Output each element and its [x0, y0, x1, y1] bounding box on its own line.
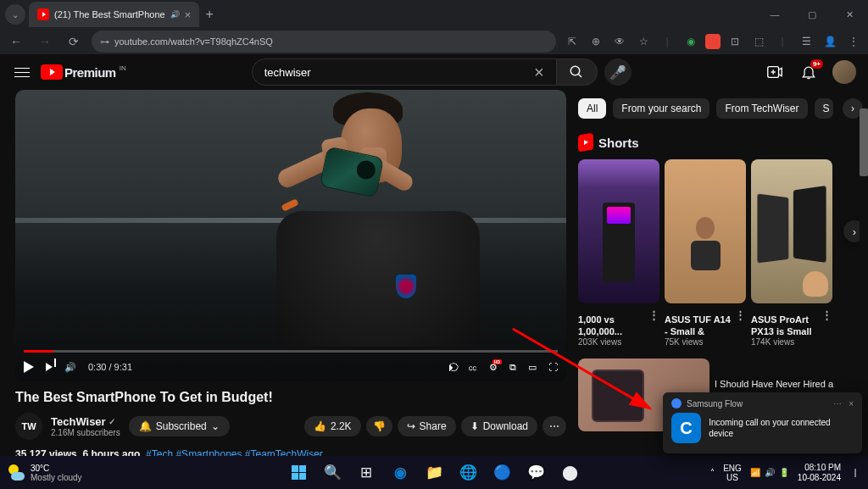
notification-center-button[interactable]: |	[849, 468, 861, 477]
browser-titlebar: ⌄ (21) The Best SmartPhone 🔊 × + — ▢ ✕	[0, 0, 868, 29]
create-button[interactable]	[765, 62, 785, 82]
notification-badge: 9+	[810, 59, 823, 69]
zoom-icon[interactable]: ⊕	[587, 32, 605, 51]
notification-settings-button[interactable]: ⋯	[833, 399, 842, 408]
notification-dismiss-button[interactable]: ×	[849, 399, 854, 408]
page-scrollbar[interactable]	[860, 108, 868, 423]
search-input[interactable]: techwiser ×	[252, 58, 557, 86]
settings-button[interactable]: ⚙HD	[489, 362, 498, 373]
svg-point-0	[570, 66, 580, 75]
theater-button[interactable]: ▭	[528, 362, 537, 373]
short-title: 1,000 vs 1,00,000...	[578, 314, 648, 337]
fullscreen-button[interactable]: ⛶	[548, 362, 558, 372]
bookmark-icon[interactable]: ☆	[634, 32, 653, 51]
url-text: youtube.com/watch?v=T98qhZC4nSQ	[114, 36, 273, 47]
subscribe-button[interactable]: 🔔 Subscribed ⌄	[129, 416, 230, 436]
tab-search-button[interactable]: ⌄	[5, 4, 25, 25]
new-tab-button[interactable]: +	[199, 7, 220, 22]
voice-search-button[interactable]: 🎤	[604, 58, 632, 86]
minimize-button[interactable]: —	[756, 0, 793, 29]
tab-title: (21) The Best SmartPhone	[54, 9, 165, 19]
browser-tab[interactable]: (21) The Best SmartPhone 🔊 ×	[29, 2, 199, 27]
eye-off-icon[interactable]: 👁	[610, 32, 629, 51]
short-item[interactable]: ASUS TUF A14 - Small & Mighty... 75K vie…	[665, 159, 746, 347]
chip-from-channel[interactable]: From TechWiser	[716, 98, 807, 119]
captions-button[interactable]: ㏄	[468, 361, 477, 374]
dislike-button[interactable]: 👎	[366, 416, 392, 436]
audio-playing-icon[interactable]: 🔊	[170, 10, 180, 19]
volume-button[interactable]: 🔊	[64, 362, 76, 373]
divider: |	[658, 32, 676, 51]
pip-icon[interactable]: ⊡	[726, 32, 744, 51]
share-icon[interactable]: ⇱	[563, 32, 581, 51]
filter-chips: All From your search From TechWiser S ›	[578, 98, 863, 119]
forward-button[interactable]: →	[34, 31, 56, 53]
windows-taskbar: 30°C Mostly cloudy 🔍 ⊞ ◉ 📁 🌐 🔵 💬 ⬤ ˄ ENG…	[0, 456, 868, 489]
chrome-button[interactable]: 🔵	[487, 458, 517, 488]
back-button[interactable]: ←	[5, 31, 27, 53]
tab-close-button[interactable]: ×	[185, 8, 192, 21]
share-button[interactable]: ↪ Share	[398, 416, 456, 436]
play-button[interactable]	[24, 361, 34, 373]
app-button-2[interactable]: ⬤	[554, 458, 585, 488]
short-item[interactable]: 1,000 vs 1,00,000... 203K views ⋮	[578, 159, 659, 347]
notification-app-name: Samsung Flow	[687, 399, 743, 408]
video-player[interactable]: 🔊 0:30 / 9:31 ⏵⃝ ㏄ ⚙HD ⧉ ▭ ⛶	[15, 90, 566, 381]
tray-overflow[interactable]: ˄	[710, 468, 715, 477]
account-avatar[interactable]	[832, 60, 856, 84]
clock[interactable]: 08:10 PM10-08-2024	[798, 463, 841, 483]
weather-widget[interactable]: 30°C Mostly cloudy	[7, 464, 82, 482]
video-stats[interactable]: 35,127 views 6 hours ago #Tech #Smartpho…	[15, 448, 566, 456]
reading-list-icon[interactable]: ☰	[797, 32, 815, 51]
short-menu-button[interactable]: ⋮	[648, 308, 659, 321]
notification-message: Incoming call on your connected device	[709, 417, 854, 439]
channel-info[interactable]: TechWiser✓ 2.16M subscribers	[51, 415, 120, 437]
reload-button[interactable]: ⟳	[63, 31, 85, 53]
video-frame	[15, 90, 566, 381]
extension-menu-icon[interactable]: ⬚	[749, 32, 768, 51]
maximize-button[interactable]: ▢	[793, 0, 831, 29]
close-window-button[interactable]: ✕	[831, 0, 868, 29]
edge-button[interactable]: 🌐	[453, 458, 483, 488]
like-button[interactable]: 👍 2.2K	[304, 416, 361, 436]
chip-more[interactable]: S	[815, 98, 833, 119]
explorer-button[interactable]: 📁	[419, 458, 449, 488]
more-actions-button[interactable]: ⋯	[542, 416, 566, 436]
start-button[interactable]	[283, 458, 314, 488]
channel-avatar[interactable]: TW	[15, 413, 42, 440]
taskbar-search-button[interactable]: 🔍	[317, 458, 348, 488]
search-button[interactable]	[557, 58, 598, 86]
network-volume-battery[interactable]: 📶 🔊 🔋	[750, 468, 789, 477]
short-menu-button[interactable]: ⋮	[821, 308, 832, 321]
profile-icon[interactable]: 👤	[821, 32, 839, 51]
download-button[interactable]: ⬇ Download	[461, 416, 537, 436]
clear-search-button[interactable]: ×	[534, 63, 544, 82]
url-field[interactable]: ⊶ youtube.com/watch?v=T98qhZC4nSQ	[92, 31, 556, 53]
video-tags[interactable]: #Tech #Smartphones #TeamTechWiser	[146, 448, 323, 456]
short-views: 75K views	[665, 337, 735, 347]
app-button[interactable]: 💬	[520, 458, 551, 488]
short-menu-button[interactable]: ⋮	[735, 308, 746, 321]
chip-from-search[interactable]: From your search	[613, 98, 709, 119]
next-button[interactable]	[46, 363, 53, 371]
system-tray: ˄ ENGUS 📶 🔊 🔋 08:10 PM10-08-2024 |	[710, 463, 861, 483]
grammarly-icon[interactable]: ◉	[682, 32, 700, 51]
windows-notification[interactable]: Samsung Flow ⋯ × C Incoming call on your…	[663, 392, 862, 453]
task-view-button[interactable]: ⊞	[351, 458, 381, 488]
site-info-icon[interactable]: ⊶	[100, 36, 109, 47]
video-actions: 👍 2.2K 👎 ↪ Share ⬇ Download ⋯	[304, 416, 566, 436]
short-views: 174K views	[751, 337, 821, 347]
language-indicator[interactable]: ENGUS	[723, 464, 742, 482]
autoplay-toggle[interactable]: ⏵⃝	[447, 362, 456, 372]
menu-icon[interactable]: ⋮	[844, 32, 863, 51]
short-thumbnail	[578, 159, 659, 303]
guide-menu-button[interactable]	[12, 62, 32, 82]
copilot-button[interactable]: ◉	[385, 458, 415, 488]
chip-all[interactable]: All	[578, 98, 606, 119]
short-item[interactable]: ASUS ProArt PX13 is Small ... 174K views…	[751, 159, 832, 347]
miniplayer-button[interactable]: ⧉	[509, 362, 516, 373]
pocket-icon[interactable]	[705, 34, 721, 49]
notifications-button[interactable]: 9+	[798, 62, 819, 82]
youtube-logo[interactable]: Premium IN	[41, 64, 116, 80]
short-thumbnail	[665, 159, 746, 303]
